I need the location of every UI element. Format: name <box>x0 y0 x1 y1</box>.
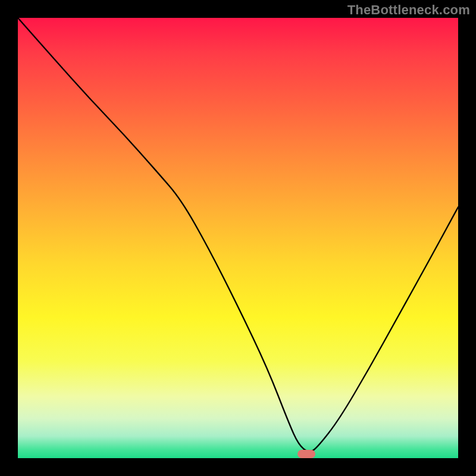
curve-svg <box>18 18 458 458</box>
bottleneck-curve-path <box>18 18 458 452</box>
plot-area <box>18 18 458 458</box>
balance-marker <box>298 450 315 458</box>
chart-frame: TheBottleneck.com <box>0 0 476 476</box>
watermark-text: TheBottleneck.com <box>347 2 470 18</box>
